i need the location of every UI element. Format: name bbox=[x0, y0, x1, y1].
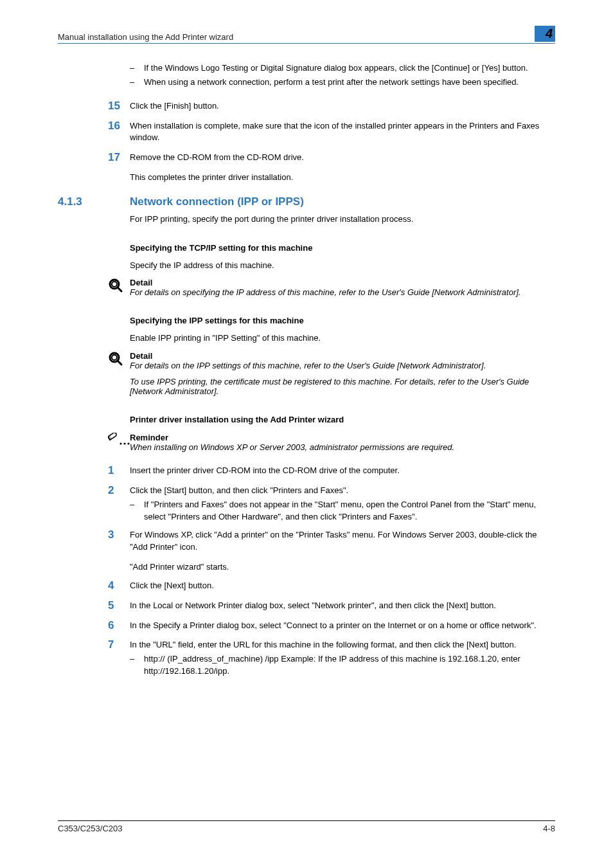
step: 6In the Specify a Printer dialog box, se… bbox=[58, 620, 555, 632]
note: Reminder When installing on Windows XP o… bbox=[58, 433, 555, 452]
step-number: 3 bbox=[58, 529, 130, 554]
step-text: Insert the printer driver CD-ROM into th… bbox=[130, 465, 555, 477]
magnifier-icon bbox=[58, 351, 130, 396]
step-text: In the "URL" field, enter the URL for th… bbox=[130, 639, 555, 651]
page-header: Manual installation using the Add Printe… bbox=[58, 26, 555, 44]
note-text: For details on specifying the IP address… bbox=[130, 287, 555, 297]
note: Detail For details on specifying the IP … bbox=[58, 278, 555, 297]
section-intro: For IPP printing, specify the port durin… bbox=[130, 213, 555, 226]
page: Manual installation using the Add Printe… bbox=[0, 0, 613, 868]
section-heading: 4.1.3 Network connection (IPP or IPPS) bbox=[58, 195, 555, 208]
step-followup: "Add Printer wizard" starts. bbox=[130, 561, 555, 574]
pencil-icon bbox=[58, 433, 130, 452]
step: 4Click the [Next] button. bbox=[58, 580, 555, 592]
step-number: 15 bbox=[58, 100, 130, 113]
step: 1Insert the printer driver CD-ROM into t… bbox=[58, 465, 555, 477]
step-number: 6 bbox=[58, 620, 130, 632]
step-number: 2 bbox=[58, 485, 130, 497]
footer-page-number: 4-8 bbox=[543, 824, 555, 833]
sub-text: If the Windows Logo Testing or Digital S… bbox=[144, 62, 555, 75]
sub-text: When using a network connection, perform… bbox=[144, 77, 555, 89]
magnifier-icon bbox=[58, 278, 130, 297]
step-number: 7 bbox=[58, 639, 130, 651]
step-text: Click the [Next] button. bbox=[130, 580, 555, 592]
note-label: Detail bbox=[130, 351, 555, 361]
section-number: 4.1.3 bbox=[58, 195, 130, 208]
dash: – bbox=[130, 62, 144, 75]
page-footer: C353/C253/C203 4-8 bbox=[58, 820, 555, 833]
chapter-number: 4 bbox=[535, 26, 555, 42]
subheading: Printer driver installation using the Ad… bbox=[130, 414, 555, 426]
step-text: Click the [Finish] button. bbox=[130, 100, 555, 113]
header-title: Manual installation using the Add Printe… bbox=[58, 32, 535, 42]
step: 3For Windows XP, click "Add a printer" o… bbox=[58, 529, 555, 554]
sub-text: http:// (IP_address_of_machine) /ipp Exa… bbox=[144, 653, 555, 678]
note-body: Detail For details on the IPP settings o… bbox=[130, 351, 555, 396]
sub-item: –http:// (IP_address_of_machine) /ipp Ex… bbox=[130, 653, 555, 678]
step-text: In the Specify a Printer dialog box, sel… bbox=[130, 620, 555, 632]
step-number: 17 bbox=[58, 152, 130, 164]
note-body: Detail For details on specifying the IP … bbox=[130, 278, 555, 297]
step-text: Click the [Start] button, and then click… bbox=[130, 485, 555, 497]
dash: – bbox=[130, 77, 144, 89]
note-text: For details on the IPP settings of this … bbox=[130, 361, 555, 370]
subheading: Specifying the TCP/IP setting for this m… bbox=[130, 242, 555, 255]
sub-item: – If the Windows Logo Testing or Digital… bbox=[130, 62, 555, 75]
sub-item: –If "Printers and Faxes" does not appear… bbox=[130, 499, 555, 523]
svg-point-8 bbox=[120, 442, 121, 444]
step-number: 16 bbox=[58, 120, 130, 145]
sub-item: – When using a network connection, perfo… bbox=[130, 77, 555, 89]
note-label: Reminder bbox=[130, 433, 555, 442]
subheading: Specifying the IPP settings for this mac… bbox=[130, 315, 555, 327]
svg-line-2 bbox=[118, 287, 121, 291]
svg-point-4 bbox=[112, 355, 117, 360]
svg-point-9 bbox=[123, 442, 125, 444]
step-text: When installation is complete, make sure… bbox=[130, 120, 555, 145]
step: 17 Remove the CD-ROM from the CD-ROM dri… bbox=[58, 152, 555, 164]
step-text: In the Local or Network Printer dialog b… bbox=[130, 600, 555, 612]
step: 2Click the [Start] button, and then clic… bbox=[58, 485, 555, 497]
svg-line-5 bbox=[118, 361, 121, 365]
step-followup: This completes the printer driver instal… bbox=[130, 172, 555, 184]
sub-text: If "Printers and Faxes" does not appear … bbox=[144, 499, 555, 523]
note-text: To use IPPS printing, the certificate mu… bbox=[130, 377, 555, 396]
step-text: For Windows XP, click "Add a printer" on… bbox=[130, 529, 555, 554]
note-label: Detail bbox=[130, 278, 555, 287]
page-content: – If the Windows Logo Testing or Digital… bbox=[58, 44, 555, 684]
step-number: 5 bbox=[58, 600, 130, 612]
paragraph: Specify the IP address of this machine. bbox=[130, 260, 555, 272]
step-number: 1 bbox=[58, 465, 130, 477]
footer-model: C353/C253/C203 bbox=[58, 824, 122, 833]
paragraph: Enable IPP printing in "IPP Setting" of … bbox=[130, 332, 555, 345]
step-text: Remove the CD-ROM from the CD-ROM drive. bbox=[130, 152, 555, 164]
dash: – bbox=[130, 653, 144, 678]
note-body: Reminder When installing on Windows XP o… bbox=[130, 433, 555, 452]
note-text: When installing on Windows XP or Server … bbox=[130, 442, 555, 452]
step-number: 4 bbox=[58, 580, 130, 592]
section-title: Network connection (IPP or IPPS) bbox=[130, 195, 304, 208]
dash: – bbox=[130, 499, 144, 523]
note: Detail For details on the IPP settings o… bbox=[58, 351, 555, 396]
svg-point-1 bbox=[112, 282, 117, 287]
step: 15 Click the [Finish] button. bbox=[58, 100, 555, 113]
continuation-subs: – If the Windows Logo Testing or Digital… bbox=[130, 62, 555, 89]
step: 5In the Local or Network Printer dialog … bbox=[58, 600, 555, 612]
step: 7In the "URL" field, enter the URL for t… bbox=[58, 639, 555, 651]
step: 16 When installation is complete, make s… bbox=[58, 120, 555, 145]
